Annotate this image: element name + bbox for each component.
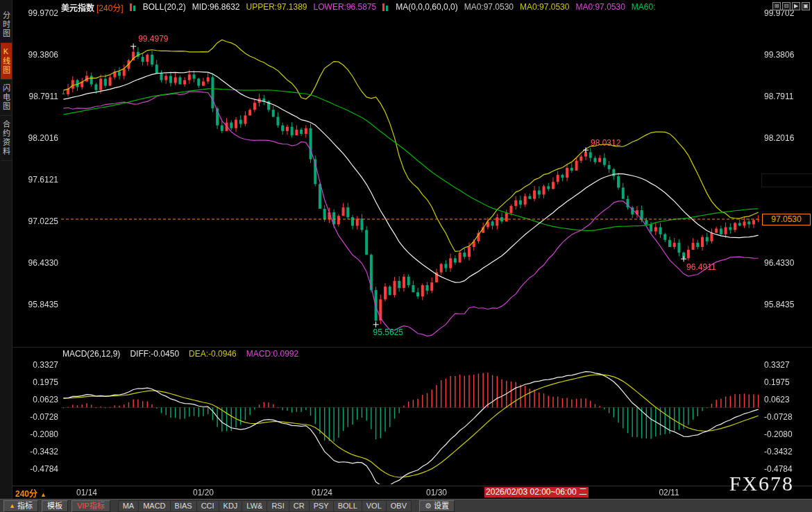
- vip-indicators-button[interactable]: VIP指标: [71, 500, 110, 512]
- macd-tick-right: 0.3327: [764, 360, 811, 370]
- macd-label: MACD(26,12,9): [62, 349, 120, 359]
- macd-tick-left: -0.0728: [12, 412, 58, 422]
- macd-diff-value: DIFF:-0.0450: [130, 349, 179, 359]
- macd-tick-left: -0.3432: [12, 447, 58, 456]
- settings-label: 设置: [434, 502, 449, 511]
- indicators-button[interactable]: ▲指标: [3, 500, 38, 512]
- templates-button[interactable]: 模板: [42, 500, 68, 512]
- boll-upper: UPPER:97.1389: [246, 2, 307, 12]
- macd-value: MACD:0.0992: [246, 349, 298, 359]
- vip-indicators-button-label: VIP指标: [77, 502, 105, 511]
- indicator-tab-vol[interactable]: VOL: [362, 500, 387, 512]
- ma60-label: MA60:: [632, 2, 656, 12]
- price-tick-right: 95.8435: [764, 300, 811, 309]
- minimize-window-icon[interactable]: ⊟: [782, 2, 790, 10]
- gear-icon: ⚙: [425, 502, 432, 511]
- selected-bar-time-badge: 2026/02/03 02:00~06:00 二: [484, 487, 589, 497]
- date-tick: 01/14: [76, 488, 97, 497]
- sidebar-item-time-chart[interactable]: 分时图: [1, 7, 12, 43]
- period-badge: [240分]: [96, 1, 124, 13]
- date-tick: 02/11: [659, 488, 679, 497]
- axis-blank-label-box: [761, 173, 812, 187]
- indicator-tab-obv[interactable]: OBV: [387, 500, 412, 512]
- price-tick-right: 98.7911: [764, 92, 811, 101]
- indicator-tab-macd[interactable]: MACD: [139, 500, 170, 512]
- macd-header: MACD(26,12,9) DIFF:-0.0450 DEA:-0.0946 M…: [62, 349, 298, 359]
- price-tick-left: 95.8435: [12, 300, 58, 309]
- price-tick-left: 99.3806: [12, 50, 58, 60]
- chart-header: 美元指数 [240分] BOLL(20,2) MID:96.8632 UPPER…: [61, 1, 656, 12]
- price-tick-right: 99.3806: [764, 50, 811, 60]
- boll-label: BOLL(20,2): [143, 2, 186, 12]
- up-arrow-icon: ▲: [9, 502, 15, 511]
- period-selector-label: 240分: [15, 489, 37, 499]
- indicator-tab-ma[interactable]: MA: [118, 500, 139, 512]
- play-icon[interactable]: ▶: [792, 2, 800, 10]
- macd-tick-left: 0.0623: [12, 395, 58, 404]
- window-controls: ⊞⊟▶▣: [772, 2, 810, 10]
- candlestick-icon: [382, 3, 389, 11]
- symbol-title: 美元指数: [61, 1, 94, 13]
- indicator-tab-boll[interactable]: BOLL: [334, 500, 362, 512]
- price-tick-left: 99.9702: [12, 8, 58, 18]
- toolbar-left-group: ▲指标模板VIP指标: [3, 500, 110, 512]
- sidebar-item-flash-chart[interactable]: 闪电图: [1, 80, 12, 116]
- price-tick-left: 98.7911: [12, 92, 58, 101]
- indicator-tab-cr[interactable]: CR: [289, 500, 310, 512]
- macd-tick-left: -0.4784: [12, 464, 58, 474]
- toolbar-right-group: ⚙设置: [419, 500, 455, 512]
- price-tick-right: 98.2016: [764, 133, 811, 143]
- templates-button-label: 模板: [47, 502, 62, 511]
- settings-button[interactable]: ⚙设置: [419, 500, 455, 512]
- boll-lower: LOWER:96.5875: [314, 2, 377, 12]
- macd-tick-left: 0.3327: [12, 360, 58, 370]
- price-tick-left: 96.4330: [12, 258, 58, 268]
- macd-tick-left: 0.1975: [12, 377, 58, 387]
- macd-tick-right: 0.0623: [764, 395, 811, 404]
- boll-mid: MID:96.8632: [192, 2, 240, 12]
- period-selector[interactable]: 240分▲: [15, 487, 46, 499]
- brand-watermark: FX678: [729, 472, 794, 495]
- indicator-tab-strip: MAMACDBIASCCIKDJLW&RSICRPSYBOLLVOLOBV: [118, 500, 412, 512]
- trading-app-window: 分时图K线图闪电图合约资料 美元指数 [240分] BOLL(20,2) MID…: [0, 0, 812, 512]
- macd-tick-right: -0.2080: [764, 429, 811, 439]
- price-tick-left: 97.0225: [12, 216, 58, 226]
- panel-divider: [12, 347, 812, 348]
- indicator-tab-cci[interactable]: CCI: [197, 500, 219, 512]
- ma-label: MA(0,0,0,60,0,0): [396, 2, 457, 12]
- macd-tick-right: -0.0728: [764, 412, 811, 422]
- price-tick-left: 97.6121: [12, 175, 58, 185]
- bottom-toolbar: ▲指标模板VIP指标 MAMACDBIASCCIKDJLW&RSICRPSYBO…: [0, 499, 812, 512]
- indicator-tab-bias[interactable]: BIAS: [171, 500, 197, 512]
- sidebar-item-contract-info[interactable]: 合约资料: [1, 116, 12, 161]
- add-window-icon[interactable]: ⊞: [772, 2, 781, 10]
- up-arrow-icon: ▲: [40, 491, 46, 498]
- macd-tick-right: 0.1975: [764, 377, 811, 387]
- price-tick-left: 98.2016: [12, 133, 58, 143]
- ma0-value-3: MA0:97.0530: [575, 2, 625, 12]
- macd-tick-right: -0.3432: [764, 447, 811, 456]
- date-tick: 01/30: [426, 488, 447, 497]
- price-chart-canvas[interactable]: [61, 7, 761, 340]
- indicator-tab-kdj[interactable]: KDJ: [219, 500, 243, 512]
- left-sidebar: 分时图K线图闪电图合约资料: [0, 0, 12, 512]
- indicator-tab-lw[interactable]: LW&: [242, 500, 267, 512]
- indicator-tab-psy[interactable]: PSY: [310, 500, 334, 512]
- grid-layout-icon[interactable]: ▣: [802, 2, 810, 10]
- ma0-value-2: MA0:97.0530: [520, 2, 569, 12]
- macd-chart-canvas[interactable]: [61, 352, 761, 484]
- sidebar-item-kline-chart[interactable]: K线图: [1, 43, 12, 80]
- xaxis-divider: [12, 486, 812, 486]
- indicators-button-label: 指标: [17, 502, 33, 511]
- price-tick-right: 96.4330: [764, 258, 811, 268]
- ma0-value-1: MA0:97.0530: [464, 2, 514, 12]
- macd-dea-value: DEA:-0.0946: [189, 349, 237, 359]
- date-tick: 01/20: [193, 488, 214, 497]
- date-tick: 01/24: [312, 488, 332, 497]
- current-price-tag: 97.0530: [762, 214, 811, 225]
- candlestick-icon: [130, 3, 137, 11]
- indicator-tab-rsi[interactable]: RSI: [267, 500, 289, 512]
- macd-tick-left: -0.2080: [12, 429, 58, 439]
